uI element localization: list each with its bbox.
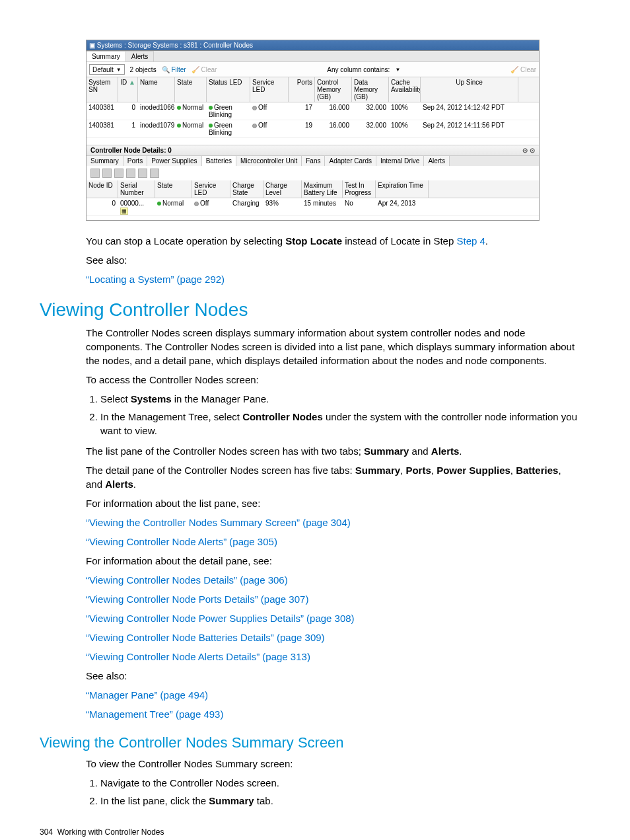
toolbar-icon[interactable]	[90, 169, 100, 178]
status-dot-icon	[177, 124, 181, 128]
badge-icon: ▦	[120, 208, 128, 215]
controller-nodes-screenshot: ▣ Systems : Storage Systems : s381 : Con…	[86, 40, 540, 221]
status-dot-icon	[209, 106, 213, 110]
chevron-down-icon: ▼	[116, 67, 122, 73]
window-icon: ▣	[89, 42, 97, 49]
col-ports[interactable]: Ports	[289, 77, 315, 102]
breadcrumb: ▣ Systems : Storage Systems : s381 : Con…	[87, 40, 539, 51]
view-select[interactable]: Default ▼	[89, 64, 125, 75]
col-control-mem[interactable]: Control Memory (GB)	[315, 77, 352, 102]
link-node-alerts[interactable]: “Viewing Controller Node Alerts” (page 3…	[86, 536, 277, 547]
subtab-adapter-cards[interactable]: Adapter Cards	[325, 156, 376, 166]
detail-toolbar	[87, 166, 539, 180]
sort-asc-icon: ▲	[129, 79, 135, 86]
col-system-sn[interactable]: System SN	[87, 77, 118, 102]
subtab-fans[interactable]: Fans	[302, 156, 325, 166]
search-clear-button[interactable]: 🧹 Clear	[510, 66, 536, 73]
status-dot-icon	[177, 106, 181, 110]
ordered-list: Select Systems in the Manager Pane. In t…	[86, 392, 577, 438]
detail-row[interactable]: 0 00000... ▦ Normal Off Charging 93% 15 …	[87, 198, 539, 216]
col-expiration[interactable]: Expiration Time	[376, 180, 429, 198]
footer-title: Working with Controller Nodes	[57, 827, 164, 837]
col-service-led[interactable]: Service LED	[192, 180, 230, 198]
chevron-down-icon[interactable]: ▼	[395, 67, 400, 73]
heading-viewing-summary-screen: Viewing the Controller Nodes Summary Scr…	[40, 734, 590, 751]
subtab-internal-drive[interactable]: Internal Drive	[376, 156, 424, 166]
link-ps-details[interactable]: “Viewing Controller Node Power Supplies …	[86, 613, 355, 624]
tab-summary[interactable]: Summary	[87, 51, 126, 61]
col-id[interactable]: ID ▲	[118, 77, 138, 102]
paragraph: The list pane of the Controller Nodes sc…	[86, 444, 577, 458]
subtab-power-supplies[interactable]: Power Supplies	[147, 156, 201, 166]
toolbar-icon[interactable]	[102, 169, 112, 178]
object-count: 2 objects	[130, 66, 157, 73]
search-label: Any column contains:	[327, 66, 390, 73]
paragraph: For information about the list pane, see…	[86, 496, 577, 510]
collapse-up-icon[interactable]: ⊙	[522, 147, 528, 154]
detail-section-title: Controller Node Details: 0	[90, 147, 172, 154]
col-charge-level[interactable]: Charge Level	[263, 180, 302, 198]
link-locating-system[interactable]: “Locating a System” (page 292)	[86, 274, 225, 285]
toolbar-icon[interactable]	[114, 169, 123, 178]
paragraph: The detail pane of the Controller Nodes …	[86, 463, 577, 491]
list-item: Select Systems in the Manager Pane.	[100, 392, 577, 406]
col-node-id[interactable]: Node ID	[87, 180, 118, 198]
col-cache[interactable]: Cache Availability	[389, 77, 421, 102]
status-dot-icon	[157, 202, 161, 206]
col-test-progress[interactable]: Test In Progress	[343, 180, 376, 198]
toolbar-icon[interactable]	[126, 169, 135, 178]
link-management-tree[interactable]: “Management Tree” (page 493)	[86, 708, 223, 720]
table-row[interactable]: 1400381 0 inoded1066 Normal Green Blinki…	[87, 102, 539, 120]
paragraph: See also:	[86, 253, 577, 267]
list-item: In the Management Tree, select Controlle…	[100, 410, 577, 438]
list-item: In the list pane, click the Summary tab.	[100, 794, 577, 808]
link-batteries-details[interactable]: “Viewing Controller Node Batteries Detai…	[86, 632, 325, 643]
col-serial[interactable]: Serial Number	[118, 180, 155, 198]
tab-alerts[interactable]: Alerts	[126, 51, 155, 61]
link-manager-pane[interactable]: “Manager Pane” (page 494)	[86, 689, 208, 701]
status-dot-icon	[252, 106, 257, 110]
link-summary-screen[interactable]: “Viewing the Controller Nodes Summary Sc…	[86, 517, 351, 528]
link-nodes-details[interactable]: “Viewing Controller Nodes Details” (page…	[86, 574, 288, 586]
paragraph: For information about the detail pane, s…	[86, 554, 577, 568]
subtab-alerts[interactable]: Alerts	[424, 156, 450, 166]
col-up-since[interactable]: Up Since	[421, 77, 518, 102]
col-service-led[interactable]: Service LED	[250, 77, 289, 102]
subtab-mcu[interactable]: Microcontroller Unit	[236, 156, 302, 166]
col-charge-state[interactable]: Charge State	[230, 180, 263, 198]
heading-viewing-controller-nodes: Viewing Controller Nodes	[40, 299, 590, 321]
filter-button[interactable]: 🔍 Filter	[162, 66, 186, 73]
col-data-mem[interactable]: Data Memory (GB)	[352, 77, 389, 102]
col-state[interactable]: State	[175, 77, 207, 102]
status-dot-icon	[194, 202, 199, 206]
link-ports-details[interactable]: “Viewing Controller Node Ports Details” …	[86, 593, 308, 605]
page-number: 304	[40, 827, 53, 837]
toolbar-icon[interactable]	[138, 169, 147, 178]
link-alerts-details[interactable]: “Viewing Controller Node Alerts Details”…	[86, 651, 310, 662]
table-row[interactable]: 1400381 1 inoded1079 Normal Green Blinki…	[87, 120, 539, 138]
paragraph: To view the Controller Nodes Summary scr…	[86, 757, 577, 771]
col-name[interactable]: Name	[138, 77, 175, 102]
grid-header: System SN ID ▲ Name State Status LED Ser…	[87, 77, 539, 102]
breadcrumb-text: Systems : Storage Systems : s381 : Contr…	[97, 42, 253, 49]
clear-button[interactable]: 🧹 Clear	[192, 66, 217, 73]
collapse-down-icon[interactable]: ⊙	[530, 147, 535, 154]
status-dot-icon	[209, 124, 213, 128]
list-item: Navigate to the Controller Nodes screen.	[100, 776, 577, 790]
link-step4[interactable]: Step 4	[456, 235, 485, 247]
paragraph: You can stop a Locate operation by selec…	[86, 234, 577, 248]
col-status-led[interactable]: Status LED	[207, 77, 250, 102]
subtab-summary[interactable]: Summary	[87, 156, 123, 166]
subtab-batteries[interactable]: Batteries	[202, 156, 236, 166]
paragraph: The Controller Nodes screen displays sum…	[86, 326, 577, 367]
col-state[interactable]: State	[155, 180, 192, 198]
ordered-list: Navigate to the Controller Nodes screen.…	[86, 776, 577, 808]
toolbar-icon[interactable]	[150, 169, 159, 178]
status-dot-icon	[252, 124, 257, 128]
paragraph: See also:	[86, 669, 577, 683]
subtab-ports[interactable]: Ports	[123, 156, 147, 166]
col-max-life[interactable]: Maximum Battery Life	[302, 180, 343, 198]
page-footer: 304 Working with Controller Nodes	[40, 827, 590, 837]
paragraph: To access the Controller Nodes screen:	[86, 373, 577, 387]
